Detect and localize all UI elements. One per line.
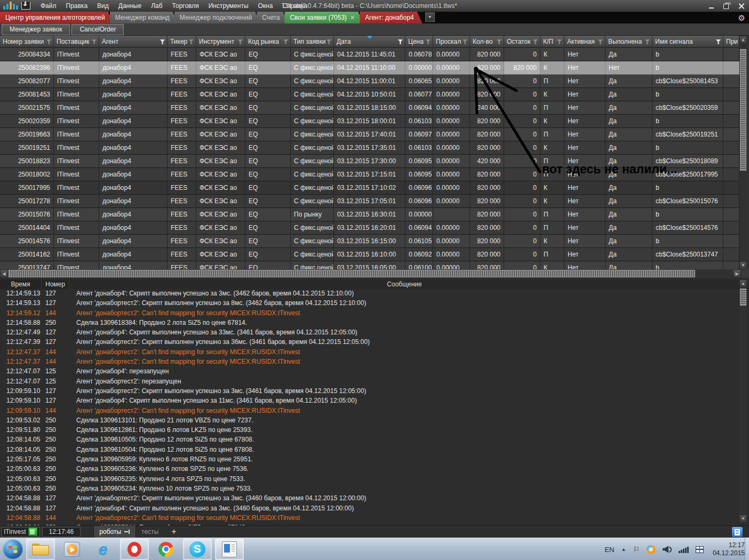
- grid-vscroll-thumb[interactable]: [740, 49, 746, 171]
- log-vertical-scrollbar[interactable]: ▲ ▼: [739, 279, 747, 524]
- menu-item[interactable]: Данные: [114, 0, 146, 12]
- column-header[interactable]: Поставщик: [54, 36, 99, 47]
- order-row[interactable]: 250082077ITinvestдонабор4FEESФСК ЕЭС аоE…: [0, 75, 739, 88]
- log-row[interactable]: 12:05:00.63250Сделка 1309605235: Куплено…: [0, 475, 739, 485]
- order-row[interactable]: 250082396ITinvestдонабор4FEESФСК ЕЭС аоE…: [0, 61, 739, 75]
- log-row[interactable]: 12:12:47.07125Агент 'донабортест2': пере…: [0, 378, 739, 387]
- log-row[interactable]: 12:04:58.88127Агент 'донабортест2': Скри…: [0, 494, 739, 504]
- scroll-up-icon[interactable]: ▲: [739, 279, 747, 287]
- scroll-up-icon[interactable]: ▲: [739, 36, 747, 44]
- network-icon[interactable]: [679, 546, 689, 553]
- log-row[interactable]: 12:09:59.10127Агент 'донабортест2': Скри…: [0, 387, 739, 397]
- hidden-icons-arrow-icon[interactable]: ▲: [621, 547, 626, 552]
- order-row[interactable]: 250015076ITinvestдонабор4FEESФСК ЕЭС аоE…: [0, 208, 739, 221]
- log-column-time[interactable]: Время: [0, 279, 42, 289]
- order-row[interactable]: 250013747ITinvestдонабор4FEESФСК ЕЭС аоE…: [0, 261, 739, 269]
- filter-icon[interactable]: [160, 39, 165, 44]
- workspace-tab-testy[interactable]: тесты: [136, 526, 164, 538]
- taskbar-tslab-button[interactable]: [215, 539, 244, 560]
- scroll-down-icon[interactable]: ▼: [739, 515, 747, 523]
- menu-item[interactable]: Лаб: [146, 0, 167, 12]
- taskbar-mediaplayer-button[interactable]: [58, 539, 86, 559]
- order-row[interactable]: 250014162ITinvestдонабор4FEESФСК ЕЭС аоE…: [0, 248, 739, 261]
- filter-icon[interactable]: [189, 39, 194, 44]
- taskbar-ie-button[interactable]: e: [89, 539, 117, 559]
- show-desktop-button[interactable]: [745, 538, 749, 560]
- filter-icon[interactable]: [92, 39, 97, 44]
- filter-icon[interactable]: [645, 39, 650, 44]
- log-row[interactable]: 12:12:47.49127Агент 'донабор4': Скрипт в…: [0, 329, 739, 338]
- log-vscroll-thumb[interactable]: [740, 289, 746, 306]
- toolbar-button[interactable]: Менеджер заявок: [2, 24, 70, 35]
- notes-icon[interactable]: [732, 527, 743, 537]
- column-header[interactable]: Тикер: [168, 36, 196, 47]
- order-row[interactable]: 250014404ITinvestдонабор4FEESФСК ЕЭС аоE…: [0, 221, 739, 235]
- menu-item[interactable]: Файл: [36, 0, 61, 12]
- restore-button[interactable]: [723, 3, 730, 9]
- menu-item[interactable]: Инструменты: [204, 0, 253, 12]
- gear-icon[interactable]: ⚙: [738, 14, 745, 22]
- column-header[interactable]: Агент: [99, 36, 168, 47]
- column-header[interactable]: Кол-во: [470, 36, 504, 47]
- log-row[interactable]: 12:12:47.07125Агент 'донабор4': перезапу…: [0, 367, 739, 377]
- order-row[interactable]: 250017278ITinvestдонабор4FEESФСК ЕЭС аоE…: [0, 195, 739, 208]
- filter-icon[interactable]: [463, 39, 467, 44]
- tab[interactable]: Свои заявки (7053)✕: [284, 12, 363, 23]
- column-header[interactable]: Активная: [564, 36, 605, 47]
- log-row[interactable]: 12:09:51.80250Сделка 1309612861: Продано…: [0, 426, 739, 436]
- column-header[interactable]: Имя сигнала: [652, 36, 723, 47]
- log-row[interactable]: 12:08:14.05250Сделка 1309610504: Продано…: [0, 446, 739, 455]
- minimize-button[interactable]: [708, 3, 715, 9]
- tab[interactable]: Счета: [257, 12, 288, 23]
- log-row[interactable]: 12:09:59.10127Агент 'донабор4': Скрипт в…: [0, 397, 739, 406]
- log-row[interactable]: 12:12:47.39127Агент 'донабортест2': Скри…: [0, 338, 739, 348]
- column-header[interactable]: Дата: [334, 36, 405, 47]
- scroll-right-icon[interactable]: ▶: [733, 269, 741, 278]
- order-row[interactable]: 250019663ITinvestдонабор4FEESФСК ЕЭС аоE…: [0, 128, 739, 141]
- filter-icon[interactable]: [426, 39, 431, 44]
- grid-horizontal-scrollbar[interactable]: ◀ ▶: [0, 269, 749, 278]
- column-header[interactable]: Инструмент: [196, 36, 245, 47]
- column-header[interactable]: Цена: [405, 36, 433, 47]
- log-row[interactable]: 12:05:00.63250Сделка 1309605234: Куплено…: [0, 485, 739, 494]
- scroll-down-icon[interactable]: ▼: [739, 261, 747, 269]
- log-row[interactable]: 12:14:59.13127Агент 'донабор4': Скрипт в…: [0, 290, 739, 299]
- log-row[interactable]: 12:14:59.13127Агент 'донабортест2': Скри…: [0, 299, 739, 309]
- column-header[interactable]: Тип заявки: [291, 36, 334, 47]
- tab[interactable]: Менеджер подключений: [174, 12, 261, 23]
- filter-icon[interactable]: [283, 39, 288, 44]
- menu-item[interactable]: Окна: [253, 0, 278, 12]
- column-header[interactable]: Проскал: [433, 36, 470, 47]
- filter-icon[interactable]: [326, 39, 331, 44]
- order-row[interactable]: 250019251ITinvestдонабор4FEESФСК ЕЭС аоE…: [0, 141, 739, 155]
- menu-item[interactable]: Вид: [92, 0, 114, 12]
- tab-dropdown-button[interactable]: ▼: [425, 12, 435, 22]
- grid-vertical-scrollbar[interactable]: ▲ ▼: [739, 36, 747, 269]
- order-row[interactable]: 250021575ITinvestдонабор4FEESФСК ЕЭС аоE…: [0, 101, 739, 115]
- filter-icon[interactable]: [46, 39, 51, 44]
- filter-icon[interactable]: [533, 39, 538, 44]
- order-row[interactable]: 250014576ITinvestдонабор4FEESФСК ЕЭС аоE…: [0, 235, 739, 248]
- order-row[interactable]: 250081453ITinvestдонабор4FEESФСК ЕЭС аоE…: [0, 88, 739, 101]
- column-header[interactable]: Номер заявки: [0, 36, 54, 47]
- log-row[interactable]: 12:08:14.05250Сделка 1309610505: Продано…: [0, 436, 739, 445]
- windows-tray-icon[interactable]: [696, 546, 704, 553]
- filter-icon[interactable]: [398, 39, 403, 44]
- column-header[interactable]: К/П: [540, 36, 564, 47]
- close-icon[interactable]: ✕: [350, 15, 355, 20]
- close-button[interactable]: [738, 3, 745, 9]
- filter-icon[interactable]: [238, 39, 243, 44]
- order-row[interactable]: 250084334ITinvestдонабор4FEESФСК ЕЭС аоE…: [0, 48, 739, 61]
- taskbar-skype-button[interactable]: S: [183, 539, 212, 560]
- log-column-message[interactable]: Сообщение: [69, 279, 739, 289]
- log-row[interactable]: 12:04:58.88144Агент 'донабортест2': Can'…: [0, 514, 739, 524]
- menu-item[interactable]: Правка: [61, 0, 93, 12]
- filter-icon[interactable]: [716, 39, 721, 44]
- order-row[interactable]: 250020359ITinvestдонабор4FEESФСК ЕЭС аоE…: [0, 115, 739, 128]
- log-row[interactable]: 12:14:59.12144Агент 'донабортест2': Can'…: [0, 309, 739, 319]
- language-indicator[interactable]: EN: [604, 546, 614, 554]
- column-header[interactable]: Выполнена: [605, 36, 652, 47]
- tray-app-icon[interactable]: [647, 545, 656, 554]
- log-row[interactable]: 12:05:17.05250Сделка 1309605959: Куплено…: [0, 455, 739, 465]
- log-row[interactable]: 12:04:58.88127Агент 'донабор4': Скрипт в…: [0, 505, 739, 514]
